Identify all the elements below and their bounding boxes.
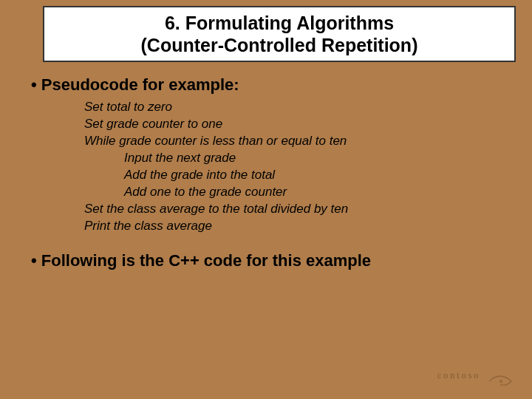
svg-point-0	[499, 380, 502, 383]
bullet-following: Following is the C++ code for this examp…	[31, 251, 516, 270]
title-line2: (Counter-Controlled Repetition)	[141, 35, 418, 55]
title-bar: 6. Formulating Algorithms (Counter-Contr…	[43, 6, 516, 62]
logo-text: contoso	[437, 370, 480, 381]
pseudo-line: Add the grade into the total	[84, 167, 516, 184]
pseudo-line: Input the next grade	[84, 150, 516, 167]
title-line1: 6. Formulating Algorithms	[165, 13, 394, 33]
pseudo-line: Set grade counter to one	[84, 116, 516, 133]
pseudo-line: Set the class average to the total divid…	[84, 201, 516, 218]
pseudo-line: Set total to zero	[84, 99, 516, 116]
logo-icon: contoso	[437, 365, 519, 395]
bullet-pseudocode: Pseudocode for example:	[31, 75, 516, 95]
pseudo-line: While grade counter is less than or equa…	[84, 133, 516, 150]
slide-title: 6. Formulating Algorithms (Counter-Contr…	[52, 12, 507, 56]
pseudo-line: Print the class average	[84, 218, 516, 235]
content-area: Pseudocode for example: Set total to zer…	[35, 75, 516, 270]
pseudo-line: Add one to the grade counter	[84, 184, 516, 201]
contoso-logo: contoso	[437, 365, 519, 395]
pseudocode-block: Set total to zero Set grade counter to o…	[84, 99, 516, 235]
